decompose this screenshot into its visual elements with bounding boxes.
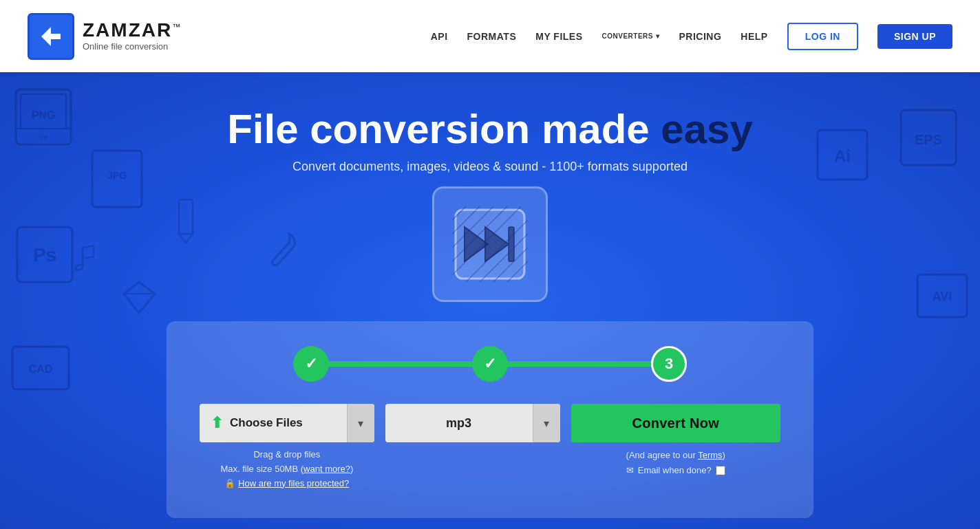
svg-text:file: file [39,133,48,141]
converter-box: ✓ ✓ 3 ⬆ Choose Files ▾ [167,321,813,518]
header: ZAMZAR™ Online file conversion API FORMA… [0,0,980,72]
center-logo [432,186,548,302]
logo-name: ZAMZAR™ [83,21,182,40]
svg-text:JPG: JPG [107,170,127,181]
ai-bg-icon: Ai [815,127,870,182]
svg-rect-2 [21,94,66,129]
fast-forward-icon [452,206,528,282]
step-3-circle: 3 [651,346,687,382]
format-value: mp3 [385,416,533,431]
wrench-bg-icon [268,230,303,272]
ps-bg-icon: Ps [14,224,76,285]
svg-rect-16 [917,274,967,317]
convert-button[interactable]: Convert Now [571,404,781,442]
svg-text:AVI: AVI [933,290,952,303]
login-button[interactable]: LOG IN [787,23,858,50]
pencil-bg-icon [172,196,200,244]
upload-icon: ⬆ [211,414,223,432]
svg-rect-14 [818,130,867,180]
hero-section: PNG file JPG Ps CAD EPS Ai [0,72,980,529]
svg-rect-34 [509,227,514,261]
choose-files-section: ⬆ Choose Files ▾ Drag & drop files Max. … [200,404,374,490]
nav-api[interactable]: API [431,31,448,42]
signup-button[interactable]: SIGN UP [877,24,952,49]
format-dropdown-arrow[interactable]: ▾ [533,404,560,442]
format-select[interactable]: mp3 ▾ [385,404,560,442]
music-bg-icon [69,244,96,279]
convert-helper-text: (And agree to our Terms) ✉ Email when do… [626,448,725,478]
terms-link[interactable]: Terms [698,450,722,460]
main-nav: API FORMATS MY FILES CONVERTERS ▾ PRICIN… [431,23,952,50]
svg-marker-21 [179,234,193,243]
svg-rect-1 [16,89,71,144]
svg-marker-18 [124,282,155,313]
png-bg-icon: PNG file [12,86,74,148]
logo-text: ZAMZAR™ Online file conversion [83,21,182,52]
cad-bg-icon: CAD [10,344,72,392]
logo-sub: Online file conversion [83,41,182,52]
avi-bg-icon: AVI [915,272,970,320]
nav-formats[interactable]: FORMATS [467,31,517,42]
lock-icon: 🔒 [224,478,235,488]
chevron-down-icon: ▾ [656,32,660,40]
svg-marker-0 [41,27,61,46]
files-protected-link[interactable]: How are my files protected? [238,478,349,488]
svg-rect-20 [179,199,193,234]
hero-title: File conversion made easy [227,105,753,153]
hero-subtitle: Convert documents, images, videos & soun… [292,160,688,174]
diamond-bg-icon [120,279,158,316]
steps-indicator: ✓ ✓ 3 [200,346,780,382]
nav-help[interactable]: HELP [741,31,767,42]
format-section: mp3 ▾ [385,404,560,442]
svg-rect-6 [92,151,142,207]
svg-text:EPS: EPS [915,132,942,147]
jpg-bg-icon: JPG [89,148,145,210]
svg-text:CAD: CAD [29,363,53,375]
convert-section: Convert Now (And agree to our Terms) ✉ E… [571,404,781,478]
svg-rect-12 [901,110,956,165]
svg-text:Ai: Ai [834,147,851,165]
logo[interactable]: ZAMZAR™ Online file conversion [28,13,182,60]
nav-converters[interactable]: CONVERTERS ▾ [602,32,660,40]
controls-row: ⬆ Choose Files ▾ Drag & drop files Max. … [200,404,780,490]
logo-icon [28,13,74,60]
want-more-link[interactable]: want more? [303,464,350,474]
email-checkbox[interactable] [716,466,725,475]
choose-files-dropdown-arrow[interactable]: ▾ [347,404,374,442]
svg-text:Ps: Ps [33,244,56,266]
svg-rect-10 [12,347,69,389]
drag-drop-text: Drag & drop files Max. file size 50MB (w… [220,448,353,490]
eps-bg-icon: EPS [897,107,959,169]
choose-files-button[interactable]: ⬆ Choose Files ▾ [200,404,374,442]
nav-my-files[interactable]: MY FILES [535,31,582,42]
dropdown-icon: ▾ [358,417,363,430]
nav-pricing[interactable]: PRICING [679,31,722,42]
format-chevron-icon: ▾ [544,417,549,430]
svg-text:PNG: PNG [32,109,56,121]
choose-files-label: Choose Files [230,416,303,430]
email-icon: ✉ [626,463,634,478]
step-2-circle: ✓ [472,346,508,382]
svg-rect-8 [17,227,72,282]
step-1-circle: ✓ [293,346,329,382]
